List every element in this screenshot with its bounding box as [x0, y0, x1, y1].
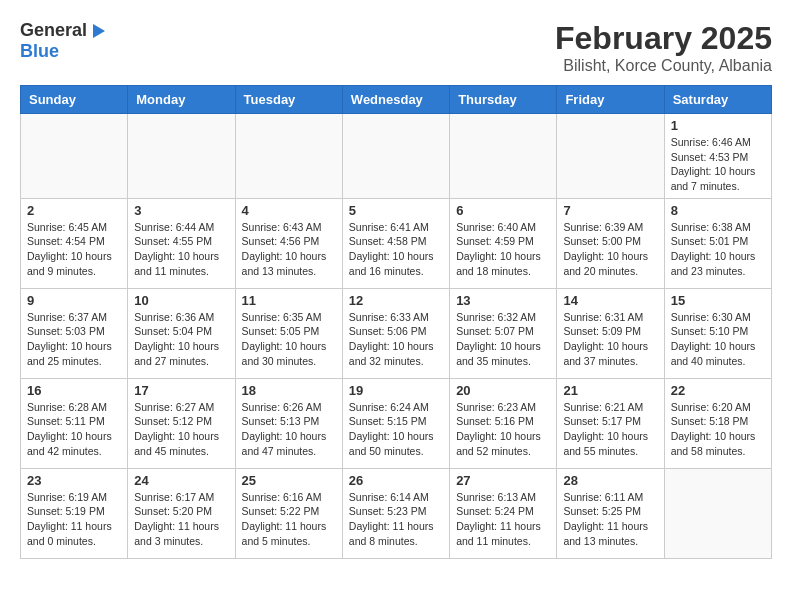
- calendar-week-2: 2Sunrise: 6:45 AM Sunset: 4:54 PM Daylig…: [21, 198, 772, 288]
- logo-arrow-icon: [89, 22, 107, 40]
- month-title: February 2025: [555, 20, 772, 57]
- day-number: 12: [349, 293, 443, 308]
- calendar-header-sunday: Sunday: [21, 86, 128, 114]
- calendar-cell: 28Sunrise: 6:11 AM Sunset: 5:25 PM Dayli…: [557, 468, 664, 558]
- calendar-cell: [664, 468, 771, 558]
- day-number: 11: [242, 293, 336, 308]
- calendar-cell: 15Sunrise: 6:30 AM Sunset: 5:10 PM Dayli…: [664, 288, 771, 378]
- calendar-cell: [557, 114, 664, 199]
- calendar-cell: 13Sunrise: 6:32 AM Sunset: 5:07 PM Dayli…: [450, 288, 557, 378]
- day-info: Sunrise: 6:26 AM Sunset: 5:13 PM Dayligh…: [242, 400, 336, 459]
- day-info: Sunrise: 6:19 AM Sunset: 5:19 PM Dayligh…: [27, 490, 121, 549]
- day-info: Sunrise: 6:16 AM Sunset: 5:22 PM Dayligh…: [242, 490, 336, 549]
- calendar-header-saturday: Saturday: [664, 86, 771, 114]
- calendar-cell: 9Sunrise: 6:37 AM Sunset: 5:03 PM Daylig…: [21, 288, 128, 378]
- day-number: 25: [242, 473, 336, 488]
- calendar-week-5: 23Sunrise: 6:19 AM Sunset: 5:19 PM Dayli…: [21, 468, 772, 558]
- calendar-header-wednesday: Wednesday: [342, 86, 449, 114]
- calendar-cell: 18Sunrise: 6:26 AM Sunset: 5:13 PM Dayli…: [235, 378, 342, 468]
- calendar-cell: 7Sunrise: 6:39 AM Sunset: 5:00 PM Daylig…: [557, 198, 664, 288]
- calendar-cell: 1Sunrise: 6:46 AM Sunset: 4:53 PM Daylig…: [664, 114, 771, 199]
- day-number: 4: [242, 203, 336, 218]
- day-number: 20: [456, 383, 550, 398]
- calendar-week-4: 16Sunrise: 6:28 AM Sunset: 5:11 PM Dayli…: [21, 378, 772, 468]
- day-info: Sunrise: 6:32 AM Sunset: 5:07 PM Dayligh…: [456, 310, 550, 369]
- calendar-cell: [128, 114, 235, 199]
- day-info: Sunrise: 6:45 AM Sunset: 4:54 PM Dayligh…: [27, 220, 121, 279]
- calendar-cell: [235, 114, 342, 199]
- calendar-week-1: 1Sunrise: 6:46 AM Sunset: 4:53 PM Daylig…: [21, 114, 772, 199]
- calendar-cell: 12Sunrise: 6:33 AM Sunset: 5:06 PM Dayli…: [342, 288, 449, 378]
- calendar-cell: [450, 114, 557, 199]
- calendar-header-thursday: Thursday: [450, 86, 557, 114]
- calendar-header-monday: Monday: [128, 86, 235, 114]
- day-number: 7: [563, 203, 657, 218]
- calendar-cell: 21Sunrise: 6:21 AM Sunset: 5:17 PM Dayli…: [557, 378, 664, 468]
- calendar-cell: 24Sunrise: 6:17 AM Sunset: 5:20 PM Dayli…: [128, 468, 235, 558]
- calendar-cell: [21, 114, 128, 199]
- day-info: Sunrise: 6:17 AM Sunset: 5:20 PM Dayligh…: [134, 490, 228, 549]
- day-number: 22: [671, 383, 765, 398]
- calendar-header-row: SundayMondayTuesdayWednesdayThursdayFrid…: [21, 86, 772, 114]
- calendar-week-3: 9Sunrise: 6:37 AM Sunset: 5:03 PM Daylig…: [21, 288, 772, 378]
- day-info: Sunrise: 6:31 AM Sunset: 5:09 PM Dayligh…: [563, 310, 657, 369]
- calendar-header-friday: Friday: [557, 86, 664, 114]
- day-number: 21: [563, 383, 657, 398]
- day-info: Sunrise: 6:14 AM Sunset: 5:23 PM Dayligh…: [349, 490, 443, 549]
- calendar-cell: 2Sunrise: 6:45 AM Sunset: 4:54 PM Daylig…: [21, 198, 128, 288]
- day-info: Sunrise: 6:41 AM Sunset: 4:58 PM Dayligh…: [349, 220, 443, 279]
- calendar-cell: 8Sunrise: 6:38 AM Sunset: 5:01 PM Daylig…: [664, 198, 771, 288]
- day-info: Sunrise: 6:20 AM Sunset: 5:18 PM Dayligh…: [671, 400, 765, 459]
- day-info: Sunrise: 6:28 AM Sunset: 5:11 PM Dayligh…: [27, 400, 121, 459]
- day-info: Sunrise: 6:38 AM Sunset: 5:01 PM Dayligh…: [671, 220, 765, 279]
- day-number: 9: [27, 293, 121, 308]
- svg-marker-0: [93, 24, 105, 38]
- calendar-cell: 4Sunrise: 6:43 AM Sunset: 4:56 PM Daylig…: [235, 198, 342, 288]
- logo-general-text: General: [20, 20, 87, 41]
- title-area: February 2025 Bilisht, Korce County, Alb…: [555, 20, 772, 75]
- calendar-cell: 19Sunrise: 6:24 AM Sunset: 5:15 PM Dayli…: [342, 378, 449, 468]
- calendar-cell: 20Sunrise: 6:23 AM Sunset: 5:16 PM Dayli…: [450, 378, 557, 468]
- day-number: 19: [349, 383, 443, 398]
- calendar-cell: 5Sunrise: 6:41 AM Sunset: 4:58 PM Daylig…: [342, 198, 449, 288]
- calendar-cell: 25Sunrise: 6:16 AM Sunset: 5:22 PM Dayli…: [235, 468, 342, 558]
- calendar-table: SundayMondayTuesdayWednesdayThursdayFrid…: [20, 85, 772, 559]
- logo-blue-text: Blue: [20, 41, 59, 62]
- day-info: Sunrise: 6:23 AM Sunset: 5:16 PM Dayligh…: [456, 400, 550, 459]
- day-number: 24: [134, 473, 228, 488]
- day-number: 17: [134, 383, 228, 398]
- header: General Blue February 2025 Bilisht, Korc…: [20, 20, 772, 75]
- day-number: 14: [563, 293, 657, 308]
- day-info: Sunrise: 6:44 AM Sunset: 4:55 PM Dayligh…: [134, 220, 228, 279]
- calendar-cell: 22Sunrise: 6:20 AM Sunset: 5:18 PM Dayli…: [664, 378, 771, 468]
- day-info: Sunrise: 6:27 AM Sunset: 5:12 PM Dayligh…: [134, 400, 228, 459]
- day-number: 10: [134, 293, 228, 308]
- day-info: Sunrise: 6:46 AM Sunset: 4:53 PM Dayligh…: [671, 135, 765, 194]
- day-info: Sunrise: 6:30 AM Sunset: 5:10 PM Dayligh…: [671, 310, 765, 369]
- day-number: 28: [563, 473, 657, 488]
- calendar-cell: 26Sunrise: 6:14 AM Sunset: 5:23 PM Dayli…: [342, 468, 449, 558]
- calendar-cell: 11Sunrise: 6:35 AM Sunset: 5:05 PM Dayli…: [235, 288, 342, 378]
- day-number: 27: [456, 473, 550, 488]
- logo: General Blue: [20, 20, 107, 62]
- day-number: 3: [134, 203, 228, 218]
- calendar-cell: 16Sunrise: 6:28 AM Sunset: 5:11 PM Dayli…: [21, 378, 128, 468]
- day-info: Sunrise: 6:39 AM Sunset: 5:00 PM Dayligh…: [563, 220, 657, 279]
- calendar-cell: 6Sunrise: 6:40 AM Sunset: 4:59 PM Daylig…: [450, 198, 557, 288]
- day-number: 6: [456, 203, 550, 218]
- calendar-cell: 3Sunrise: 6:44 AM Sunset: 4:55 PM Daylig…: [128, 198, 235, 288]
- day-info: Sunrise: 6:21 AM Sunset: 5:17 PM Dayligh…: [563, 400, 657, 459]
- calendar-cell: 17Sunrise: 6:27 AM Sunset: 5:12 PM Dayli…: [128, 378, 235, 468]
- day-info: Sunrise: 6:43 AM Sunset: 4:56 PM Dayligh…: [242, 220, 336, 279]
- day-number: 1: [671, 118, 765, 133]
- day-number: 23: [27, 473, 121, 488]
- calendar-cell: 14Sunrise: 6:31 AM Sunset: 5:09 PM Dayli…: [557, 288, 664, 378]
- day-number: 15: [671, 293, 765, 308]
- day-number: 18: [242, 383, 336, 398]
- day-number: 8: [671, 203, 765, 218]
- day-info: Sunrise: 6:11 AM Sunset: 5:25 PM Dayligh…: [563, 490, 657, 549]
- day-number: 26: [349, 473, 443, 488]
- day-info: Sunrise: 6:37 AM Sunset: 5:03 PM Dayligh…: [27, 310, 121, 369]
- calendar-cell: 23Sunrise: 6:19 AM Sunset: 5:19 PM Dayli…: [21, 468, 128, 558]
- day-info: Sunrise: 6:40 AM Sunset: 4:59 PM Dayligh…: [456, 220, 550, 279]
